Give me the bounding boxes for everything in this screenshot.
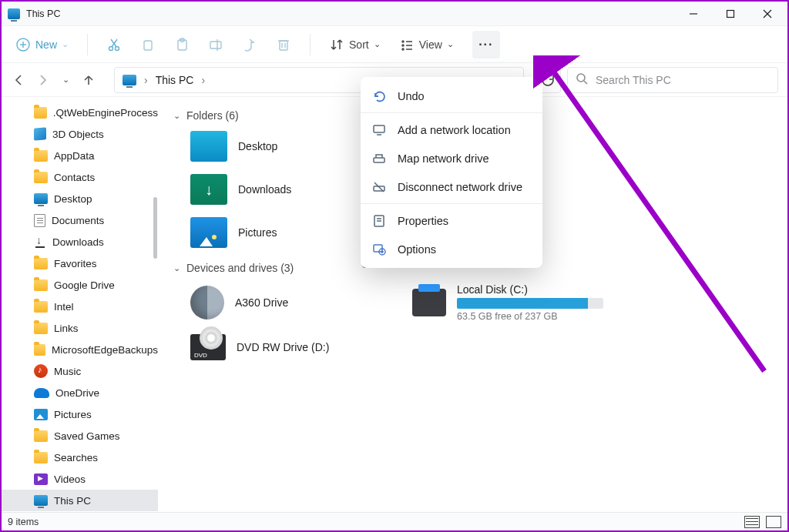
sidebar-item-contacts[interactable]: Contacts bbox=[2, 166, 158, 188]
3d-objects-icon bbox=[34, 127, 46, 140]
folder-pictures[interactable]: Pictures bbox=[190, 217, 375, 248]
sidebar-item-label: Music bbox=[54, 366, 81, 377]
minimize-button[interactable] bbox=[686, 6, 701, 22]
more-button[interactable]: ··· bbox=[472, 31, 500, 59]
menu-add-network-location[interactable]: Add a network location bbox=[361, 115, 542, 144]
sidebar-item-label: OneDrive bbox=[55, 387, 99, 399]
this-pc-icon bbox=[123, 75, 136, 85]
menu-undo[interactable]: Undo bbox=[361, 82, 542, 110]
sidebar-item-videos[interactable]: Videos bbox=[2, 468, 158, 490]
status-text: 9 items bbox=[8, 517, 39, 527]
sidebar-item-3d-objects[interactable]: 3D Objects bbox=[2, 123, 158, 145]
history-dropdown[interactable]: ⌄ bbox=[57, 72, 74, 89]
folder-icon bbox=[34, 107, 47, 119]
menu-properties[interactable]: Properties bbox=[361, 206, 542, 235]
menu-disconnect-network-drive[interactable]: Disconnect network drive bbox=[361, 172, 542, 201]
svg-point-29 bbox=[212, 235, 217, 239]
sidebar-item-links[interactable]: Links bbox=[2, 317, 158, 339]
plus-circle-icon bbox=[15, 37, 31, 52]
svg-point-8 bbox=[116, 46, 119, 50]
sidebar-item-label: Documents bbox=[52, 215, 104, 226]
folder-desktop[interactable]: Desktop bbox=[190, 131, 375, 162]
folder-icon bbox=[34, 344, 45, 356]
sidebar[interactable]: .QtWebEngineProcess3D ObjectsAppDataCont… bbox=[2, 97, 158, 528]
search-placeholder: Search This PC bbox=[596, 74, 671, 86]
sidebar-item-label: MicrosoftEdgeBackups bbox=[52, 344, 158, 356]
breadcrumb-location[interactable]: This PC bbox=[156, 74, 194, 86]
menu-label: Properties bbox=[398, 215, 448, 227]
maximize-button[interactable] bbox=[723, 6, 738, 22]
view-details-toggle[interactable] bbox=[744, 516, 760, 528]
paste-icon[interactable] bbox=[174, 37, 190, 52]
sort-icon bbox=[329, 37, 344, 52]
chevron-right-icon: › bbox=[201, 74, 205, 86]
cut-icon[interactable] bbox=[106, 37, 122, 52]
up-button[interactable] bbox=[80, 72, 97, 89]
sidebar-item-label: Favorites bbox=[54, 258, 97, 269]
view-thumbnails-toggle[interactable] bbox=[766, 516, 781, 528]
chevron-down-icon: ⌄ bbox=[447, 39, 454, 49]
onedrive-icon bbox=[34, 388, 49, 398]
dvd-drive-icon bbox=[190, 334, 226, 360]
sidebar-item-onedrive[interactable]: OneDrive bbox=[2, 382, 158, 403]
svg-line-10 bbox=[111, 39, 116, 47]
folder-downloads[interactable]: ↓Downloads bbox=[190, 174, 375, 205]
sidebar-item-desktop[interactable]: Desktop bbox=[2, 188, 158, 209]
sidebar-item-searches[interactable]: Searches bbox=[2, 447, 158, 468]
sidebar-item-this-pc[interactable]: This PC bbox=[2, 490, 158, 511]
svg-rect-32 bbox=[374, 158, 384, 162]
scrollbar-thumb[interactable] bbox=[153, 197, 157, 259]
folder-icon bbox=[34, 323, 48, 334]
menu-label: Add a network location bbox=[398, 124, 511, 136]
sidebar-item-pictures[interactable]: Pictures bbox=[2, 403, 158, 425]
item-label: Downloads bbox=[238, 183, 291, 196]
close-button[interactable] bbox=[760, 6, 775, 22]
folder-icon bbox=[34, 172, 48, 183]
back-button[interactable] bbox=[11, 72, 28, 89]
new-button[interactable]: New ⌄ bbox=[15, 37, 69, 52]
search-input[interactable]: Search This PC bbox=[567, 67, 778, 93]
sidebar-item-documents[interactable]: Documents bbox=[2, 209, 158, 231]
sort-button[interactable]: Sort ⌄ bbox=[329, 37, 381, 52]
new-label: New bbox=[35, 38, 57, 51]
sidebar-item-microsoftedgebackups[interactable]: MicrosoftEdgeBackups bbox=[2, 339, 158, 360]
sidebar-item-appdata[interactable]: AppData bbox=[2, 145, 158, 166]
copy-icon[interactable] bbox=[140, 37, 156, 52]
view-button[interactable]: View ⌄ bbox=[399, 37, 454, 52]
rename-icon[interactable] bbox=[208, 37, 223, 52]
drive-a360[interactable]: A360 Drive bbox=[190, 283, 375, 322]
menu-options[interactable]: Options bbox=[361, 235, 542, 263]
separator bbox=[310, 34, 311, 55]
forward-button[interactable] bbox=[34, 72, 51, 89]
sidebar-item-google-drive[interactable]: Google Drive bbox=[2, 274, 158, 296]
sidebar-item-label: Google Drive bbox=[54, 279, 115, 291]
monitor-icon bbox=[34, 193, 48, 204]
monitor-icon bbox=[34, 495, 48, 506]
share-icon[interactable] bbox=[242, 37, 257, 52]
svg-rect-30 bbox=[374, 125, 384, 132]
menu-label: Undo bbox=[398, 90, 425, 102]
delete-icon[interactable] bbox=[276, 37, 291, 52]
sidebar-item-saved-games[interactable]: Saved Games bbox=[2, 425, 158, 447]
folder-icon bbox=[34, 279, 48, 291]
sort-label: Sort bbox=[349, 38, 369, 51]
menu-label: Disconnect network drive bbox=[398, 181, 522, 193]
sidebar-item-music[interactable]: Music bbox=[2, 360, 158, 382]
drive-local-c[interactable]: Local Disk (C:) 63.5 GB free of 237 GB bbox=[412, 283, 643, 322]
sidebar-item-intel[interactable]: Intel bbox=[2, 296, 158, 317]
svg-line-9 bbox=[112, 39, 117, 47]
menu-separator bbox=[361, 112, 542, 113]
menu-map-network-drive[interactable]: Map network drive bbox=[361, 144, 542, 172]
search-icon bbox=[576, 72, 588, 87]
toolbar: New ⌄ Sort ⌄ View ⌄ ··· bbox=[2, 26, 787, 63]
sidebar-item-favorites[interactable]: Favorites bbox=[2, 253, 158, 274]
sidebar-item-label: Videos bbox=[54, 473, 86, 485]
folder-icon bbox=[34, 150, 48, 162]
drive-dvd[interactable]: DVD RW Drive (D:) bbox=[190, 334, 375, 360]
item-label: Pictures bbox=[238, 226, 277, 239]
music-icon bbox=[34, 364, 48, 378]
svg-line-27 bbox=[584, 81, 587, 84]
sidebar-item--qtwebengineprocess[interactable]: .QtWebEngineProcess bbox=[2, 102, 158, 123]
sidebar-item-downloads[interactable]: Downloads bbox=[2, 231, 158, 253]
sidebar-item-label: Pictures bbox=[54, 409, 92, 420]
